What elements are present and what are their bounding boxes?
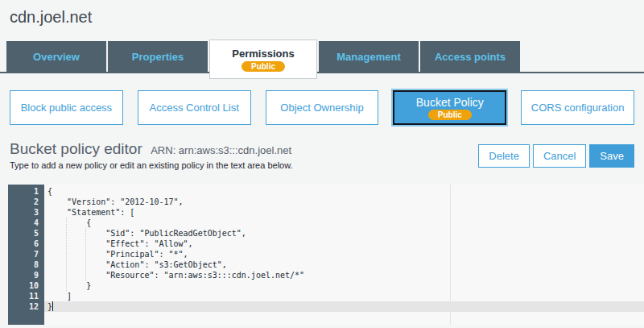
bucket-arn: ARN: arn:aws:s3:::cdn.joel.net: [151, 144, 291, 156]
tab-permissions-label: Permissions: [232, 48, 294, 60]
bucket-policy-label: Bucket Policy: [416, 96, 484, 109]
public-badge: Public: [242, 61, 285, 72]
line-number: 11: [8, 291, 44, 301]
code-line: "Version": "2012-10-17",: [44, 197, 644, 207]
save-button[interactable]: Save: [589, 144, 634, 168]
line-number: 10: [8, 280, 44, 291]
line-number: 3: [8, 207, 44, 218]
page-title: cdn.joel.net: [0, 0, 644, 27]
code-line: {: [44, 218, 644, 228]
policy-text-area[interactable]: { "Version": "2012-10-17", "Statement": …: [44, 185, 644, 325]
tab-permissions[interactable]: Permissions Public: [209, 39, 317, 79]
cancel-button[interactable]: Cancel: [533, 144, 586, 168]
code-line: "Principal": "*",: [44, 249, 644, 259]
code-line: "Resource": "arn:aws:s3:::cdn.joel.net/*…: [44, 270, 644, 280]
code-line: "Effect": "Allow",: [44, 239, 644, 249]
line-number: 12: [8, 301, 44, 312]
policy-code-editor[interactable]: 123456789101112 { "Version": "2012-10-17…: [8, 185, 644, 325]
line-number: 2: [8, 197, 44, 207]
editor-title: Bucket policy editor: [10, 140, 142, 157]
delete-button[interactable]: Delete: [478, 144, 530, 168]
bucket-policy-button[interactable]: Bucket Policy Public: [393, 90, 506, 125]
code-line: }: [44, 280, 644, 291]
line-number: 8: [8, 259, 44, 270]
bucket-tabbar: Overview Properties Permissions Public M…: [0, 39, 644, 73]
bucket-policy-editor-header: Bucket policy editor ARN: arn:aws:s3:::c…: [0, 125, 644, 170]
access-control-list-button[interactable]: Access Control List: [138, 90, 251, 125]
text-cursor: [52, 301, 53, 311]
tab-management[interactable]: Management: [319, 41, 419, 72]
permissions-section-buttons: Block public access Access Control List …: [0, 73, 644, 125]
tab-access-points[interactable]: Access points: [420, 41, 520, 72]
object-ownership-button[interactable]: Object Ownership: [266, 90, 379, 125]
editor-subtitle: Type to add a new policy or edit an exis…: [10, 160, 293, 170]
code-line: ]: [44, 291, 644, 301]
public-badge: Public: [428, 110, 472, 120]
code-line: }: [44, 301, 644, 312]
line-number: 1: [8, 186, 44, 197]
line-number: 7: [8, 249, 44, 259]
line-number: 6: [8, 239, 44, 249]
line-number: 9: [8, 270, 44, 280]
code-line: {: [44, 186, 644, 197]
editor-actions: Delete Cancel Save: [478, 140, 634, 168]
tab-overview[interactable]: Overview: [6, 41, 106, 72]
code-line: "Action": "s3:GetObject",: [44, 259, 644, 270]
editor-header-text: Bucket policy editor ARN: arn:aws:s3:::c…: [10, 140, 293, 170]
line-number: 5: [8, 228, 44, 239]
code-line: "Sid": "PublicReadGetObject",: [44, 228, 644, 239]
line-number: 4: [8, 218, 44, 228]
line-number-gutter: 123456789101112: [8, 185, 44, 325]
code-line: "Statement": [: [44, 207, 644, 218]
cors-configuration-button[interactable]: CORS configuration: [521, 90, 634, 125]
block-public-access-button[interactable]: Block public access: [10, 90, 123, 125]
tab-properties[interactable]: Properties: [108, 41, 208, 72]
